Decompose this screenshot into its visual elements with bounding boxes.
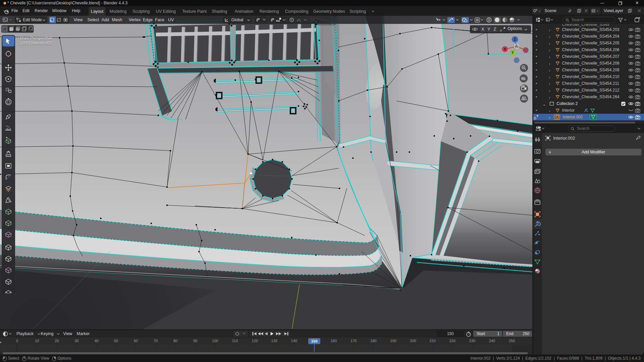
svg-text:100: 100 [212, 339, 218, 343]
svg-text:160: 160 [331, 339, 337, 343]
svg-text:80: 80 [173, 339, 177, 343]
svg-text:20: 20 [55, 339, 59, 343]
svg-text:250: 250 [509, 339, 515, 343]
svg-text:200: 200 [410, 339, 416, 343]
svg-text:50: 50 [114, 339, 118, 343]
svg-text:Z: Z [514, 38, 516, 41]
svg-text:70: 70 [154, 339, 158, 343]
svg-text:120: 120 [252, 339, 258, 343]
svg-text:X: X [504, 47, 506, 51]
svg-text:180: 180 [370, 339, 376, 343]
svg-text:220: 220 [449, 339, 455, 343]
svg-text:230: 230 [469, 339, 475, 343]
svg-text:130: 130 [271, 339, 277, 343]
svg-text:240: 240 [489, 339, 495, 343]
svg-text:190: 190 [390, 339, 396, 343]
svg-text:170: 170 [351, 339, 357, 343]
svg-text:210: 210 [430, 339, 436, 343]
svg-text:0: 0 [16, 339, 18, 343]
svg-text:10: 10 [35, 339, 39, 343]
svg-text:140: 140 [291, 339, 297, 343]
svg-text:90: 90 [193, 339, 197, 343]
svg-text:40: 40 [94, 339, 98, 343]
svg-text:30: 30 [75, 339, 79, 343]
svg-text:60: 60 [134, 339, 138, 343]
svg-text:Y: Y [512, 51, 514, 55]
svg-text:110: 110 [232, 339, 238, 343]
